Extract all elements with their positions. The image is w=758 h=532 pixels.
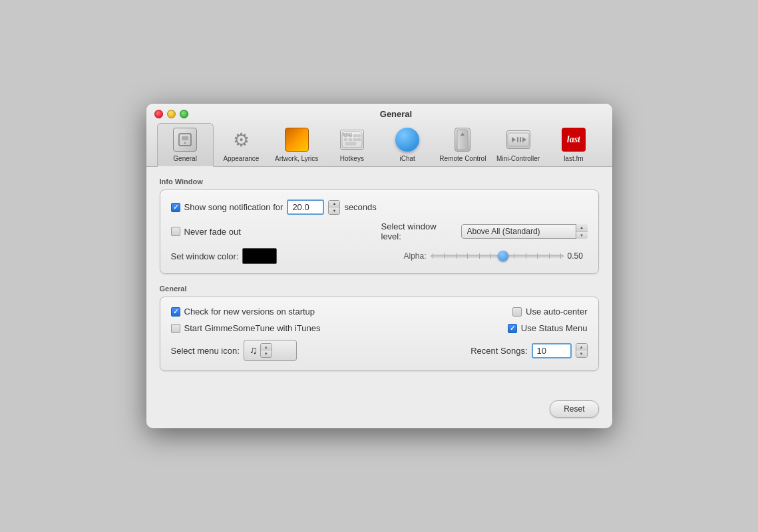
artwork-icon [284,126,310,153]
music-note-icon: ♫ [250,344,258,356]
tick-4 [467,253,468,259]
auto-center-checkbox[interactable] [512,307,522,317]
tab-hotkeys[interactable]: Hotkeys [324,124,379,166]
alpha-group: Alpha: [381,251,588,261]
notification-row: Show song notification for seconds [171,200,588,215]
minimize-button[interactable] [167,110,176,118]
recent-songs-stepper-down[interactable] [576,350,587,357]
notification-value-input[interactable] [287,200,324,215]
tab-ichat-label: iChat [399,155,415,162]
keyboard-icon [340,130,364,150]
menu-icon-stepper-down[interactable] [261,350,272,357]
main-window: General General ⚙ [146,104,612,428]
notification-stepper[interactable] [328,200,340,215]
alpha-slider-ticks [431,253,563,259]
general-device-icon [173,128,197,152]
window-level-group: Select window level: Above All (Standard… [381,221,588,241]
svg-rect-10 [345,142,356,145]
alpha-slider-thumb[interactable] [498,251,508,261]
tab-artwork[interactable]: Artwork, Lyrics [269,124,324,166]
window-level-select-wrapper: Above All (Standard) Normal Above All (S… [461,224,588,239]
close-button[interactable] [154,110,163,118]
itunes-statusmenu-row: Start GimmeSomeTune with iTunes Use Stat… [171,323,588,333]
seconds-label: seconds [344,202,376,212]
window-title: General [188,109,604,119]
tab-ichat[interactable]: iChat [380,124,435,166]
tab-remote-label: Remote Control [439,155,486,162]
svg-rect-9 [353,138,357,141]
show-notification-checkbox[interactable] [171,203,180,212]
hotkeys-icon [339,126,365,153]
menu-icon-group: Select menu icon: ♫ [171,340,377,361]
start-itunes-group: Start GimmeSomeTune with iTunes [171,323,377,333]
color-group: Set window color: [171,248,377,264]
reset-button[interactable]: Reset [550,400,598,418]
svg-point-2 [184,142,186,144]
footer: Reset [146,395,612,428]
menu-icon-select[interactable]: ♫ [244,340,297,361]
tab-appearance[interactable]: ⚙ Appearance [214,124,269,166]
general-icon [172,126,198,153]
window-level-stepper-down[interactable] [576,232,588,239]
menu-icon-label: Select menu icon: [171,346,240,356]
auto-center-label: Use auto-center [526,307,588,317]
status-menu-checkbox[interactable] [508,324,517,333]
traffic-lights [154,110,188,118]
recent-songs-label: Recent Songs: [471,346,527,356]
color-alpha-row: Set window color: Alpha: [171,248,588,264]
tick-9 [526,253,526,259]
gear-icon: ⚙ [233,129,250,151]
tab-general[interactable]: General [157,123,214,167]
status-menu-group: Use Status Menu [381,323,588,333]
notification-stepper-down[interactable] [329,207,339,214]
tab-lastfm-label: last.fm [564,155,583,162]
start-itunes-checkbox[interactable] [171,324,180,333]
title-bar-top: General [154,109,604,119]
tab-appearance-label: Appearance [223,155,259,162]
window-level-stepper[interactable] [576,224,588,239]
set-color-label: Set window color: [171,251,239,261]
tab-remote[interactable]: Remote Control [435,124,490,166]
recent-songs-stepper-up[interactable] [576,344,587,350]
status-menu-label: Use Status Menu [521,323,588,333]
tick-8 [514,253,514,259]
tick-11 [549,253,550,259]
tab-mini[interactable]: Mini-Controller [490,124,546,166]
color-swatch[interactable] [242,248,277,264]
check-versions-label: Check for new versions on startup [184,307,315,317]
show-notification-label: Show song notification for [184,202,284,212]
menu-icon-stepper[interactable] [260,343,272,358]
lastfm-icon: last [560,126,587,153]
lastfm-logo: last [562,128,586,152]
recent-songs-stepper[interactable] [576,343,588,358]
mini-controller-icon [505,126,532,153]
svg-rect-11 [357,134,361,137]
controller-box-icon [506,130,530,149]
svg-rect-5 [349,134,352,137]
tick-5 [479,253,480,259]
never-fade-group: Never fade out [171,227,377,237]
tab-lastfm[interactable]: last last.fm [546,124,601,166]
content-area: Info Window Show song notification for s… [146,167,612,395]
recent-songs-input[interactable] [532,343,572,358]
alpha-slider-track [431,255,564,257]
menu-icon-stepper-up[interactable] [261,344,272,350]
remote-icon [449,126,476,153]
check-versions-checkbox[interactable] [171,307,180,317]
start-itunes-label: Start GimmeSomeTune with iTunes [184,323,321,333]
alpha-value: 0.50 [568,251,588,261]
never-fade-checkbox[interactable] [171,227,180,236]
window-level-label: Select window level: [381,221,457,241]
chat-bubble-icon [395,128,419,152]
tick-2 [444,253,445,259]
title-bar: General General ⚙ [146,104,612,167]
auto-center-group: Use auto-center [381,307,588,317]
alpha-slider-container [431,255,564,257]
svg-rect-17 [517,137,518,142]
maximize-button[interactable] [180,110,188,118]
svg-rect-4 [344,134,347,137]
notification-stepper-up[interactable] [329,201,339,207]
window-level-select[interactable]: Above All (Standard) Normal Above All (S… [461,224,588,239]
tick-12 [560,253,561,259]
window-level-stepper-up[interactable] [576,224,588,232]
